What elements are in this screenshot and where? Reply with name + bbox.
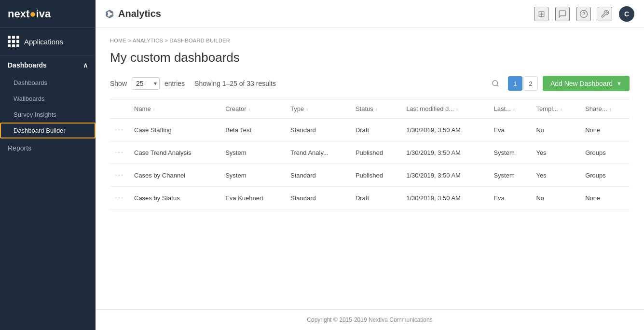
row-template: No — [531, 187, 580, 209]
row-name: Cases by Status — [129, 187, 220, 209]
col-lmb-label: Last... — [493, 105, 510, 112]
row-status: Draft — [351, 187, 401, 209]
page-title-topbar: Analytics — [118, 8, 161, 19]
col-name-sort-icon: ↓ — [153, 106, 155, 111]
logo[interactable]: next●iva — [0, 0, 96, 28]
row-status: Draft — [351, 119, 401, 141]
help-icon-button[interactable] — [576, 7, 591, 21]
page-2-label: 2 — [529, 80, 532, 87]
col-status-sort-icon: ↓ — [375, 106, 378, 111]
row-last-modified-date: 1/30/2019, 3:50 AM — [401, 187, 489, 209]
col-header-type[interactable]: Type ↓ — [286, 99, 351, 119]
row-status: Published — [351, 141, 401, 164]
col-creator-label: Creator — [225, 105, 246, 112]
dashboards-table: Name ↓ Creator ↓ Type — [110, 99, 630, 209]
topbar-actions: ⊞ C — [534, 6, 634, 22]
row-shared: Groups — [580, 164, 630, 187]
sidebar-item-wallboards[interactable]: Wallboards — [0, 91, 96, 107]
sidebar-item-reports[interactable]: Reports — [0, 138, 96, 158]
row-template: No — [531, 119, 580, 141]
row-dots[interactable]: ··· — [110, 119, 129, 141]
logo-text: next●iva — [8, 8, 51, 20]
row-dots[interactable]: ··· — [110, 141, 129, 164]
row-last-modified-by: Eva — [489, 187, 531, 209]
show-select[interactable]: 10 25 50 100 — [132, 77, 160, 90]
dashboards-section-header[interactable]: Dashboards ∧ — [0, 55, 96, 75]
showing-text: Showing 1–25 of 33 results — [194, 80, 276, 87]
breadcrumb-analytics[interactable]: ANALYTICS — [133, 38, 163, 43]
applications-label: Applications — [24, 38, 63, 46]
search-button[interactable] — [488, 76, 503, 91]
main-content: ⌬ Analytics ⊞ — [96, 0, 644, 330]
user-avatar[interactable]: C — [619, 6, 634, 22]
add-new-dashboard-button[interactable]: Add New Dashboard ▼ — [543, 76, 630, 91]
col-header-shared[interactable]: Share... ↓ — [580, 99, 630, 119]
row-shared: None — [580, 187, 630, 209]
row-last-modified-by: Eva — [489, 119, 531, 141]
footer: Copyright © 2015-2019 Nextiva Communicat… — [96, 309, 644, 330]
row-template: Yes — [531, 164, 580, 187]
col-header-last-modified-date[interactable]: Last modified d... ↓ — [401, 99, 489, 119]
col-type-sort-icon: ↓ — [306, 106, 308, 111]
breadcrumb-home[interactable]: HOME — [110, 38, 126, 43]
row-last-modified-date: 1/30/2019, 3:50 AM — [401, 164, 489, 187]
page-main-title: My custom dashboards — [110, 50, 630, 65]
applications-menu[interactable]: Applications — [0, 28, 96, 55]
sidebar-item-dashboard-builder-label: Dashboard Builder — [14, 127, 66, 134]
table-wrapper: Name ↓ Creator ↓ Type — [110, 99, 630, 209]
row-type: Standard — [286, 119, 351, 141]
table-row: ··· Cases by Status Eva Kuehnert Standar… — [110, 187, 630, 209]
wrench-icon-button[interactable] — [598, 7, 612, 21]
row-name: Cases by Channel — [129, 164, 220, 187]
row-status: Published — [351, 164, 401, 187]
row-name: Case Trend Analysis — [129, 141, 220, 164]
row-shared: None — [580, 119, 630, 141]
col-header-last-modified-by[interactable]: Last... ↓ — [489, 99, 531, 119]
col-header-dots — [110, 99, 129, 119]
col-lmb-sort-icon: ↓ — [513, 106, 515, 111]
topbar-title-area: ⌬ Analytics — [105, 8, 161, 20]
page-1-button[interactable]: 1 — [508, 76, 522, 91]
logo-dot: ● — [29, 8, 36, 20]
toolbar-left: Show 10 25 50 100 ▾ entries Showing 1–25… — [110, 77, 276, 90]
table-body: ··· Case Staffing Beta Test Standard Dra… — [110, 119, 630, 209]
sidebar-item-survey-insights[interactable]: Survey Insights — [0, 107, 96, 123]
table-row: ··· Case Staffing Beta Test Standard Dra… — [110, 119, 630, 141]
row-dots[interactable]: ··· — [110, 164, 129, 187]
col-header-template[interactable]: Templ... ↓ — [531, 99, 580, 119]
row-last-modified-date: 1/30/2019, 3:50 AM — [401, 119, 489, 141]
col-header-name[interactable]: Name ↓ — [129, 99, 220, 119]
content-area: HOME > ANALYTICS > DASHBOARD BUILDER My … — [96, 28, 644, 309]
chevron-up-icon: ∧ — [83, 61, 88, 69]
apps-grid-icon — [8, 36, 19, 47]
sidebar-item-wallboards-label: Wallboards — [14, 95, 45, 102]
chat-icon-button[interactable] — [555, 7, 570, 21]
grid-icon-button[interactable]: ⊞ — [534, 7, 548, 21]
toolbar-right: 1 2 Add New Dashboard ▼ — [488, 76, 630, 91]
dashboards-section-title: Dashboards — [8, 61, 47, 69]
row-dots[interactable]: ··· — [110, 187, 129, 209]
show-select-wrapper: 10 25 50 100 ▾ — [132, 77, 160, 90]
sidebar-item-dashboards[interactable]: Dashboards — [0, 75, 96, 91]
pagination: 1 2 — [508, 76, 538, 91]
row-last-modified-date: 1/30/2019, 3:50 AM — [401, 141, 489, 164]
svg-point-2 — [493, 81, 498, 86]
topbar: ⌬ Analytics ⊞ — [96, 0, 644, 28]
avatar-label: C — [624, 10, 629, 18]
sidebar-item-dashboards-label: Dashboards — [14, 79, 47, 86]
row-name: Case Staffing — [129, 119, 220, 141]
breadcrumb-sep1: > — [128, 38, 133, 43]
page-1-label: 1 — [513, 80, 517, 87]
sidebar-item-dashboard-builder[interactable]: Dashboard Builder — [0, 123, 96, 138]
col-header-status[interactable]: Status ↓ — [351, 99, 401, 119]
breadcrumb-sep2: > — [164, 38, 169, 43]
col-lmd-label: Last modified d... — [406, 105, 454, 112]
row-type: Standard — [286, 187, 351, 209]
add-button-arrow-icon: ▼ — [617, 81, 622, 86]
col-name-label: Name — [134, 105, 151, 112]
page-2-button[interactable]: 2 — [523, 76, 538, 91]
sidebar: next●iva Applications Dashboards ∧ Dashb… — [0, 0, 96, 330]
sidebar-item-reports-label: Reports — [8, 144, 31, 152]
breadcrumb-dashboard-builder[interactable]: DASHBOARD BUILDER — [170, 38, 231, 43]
col-header-creator[interactable]: Creator ↓ — [220, 99, 286, 119]
